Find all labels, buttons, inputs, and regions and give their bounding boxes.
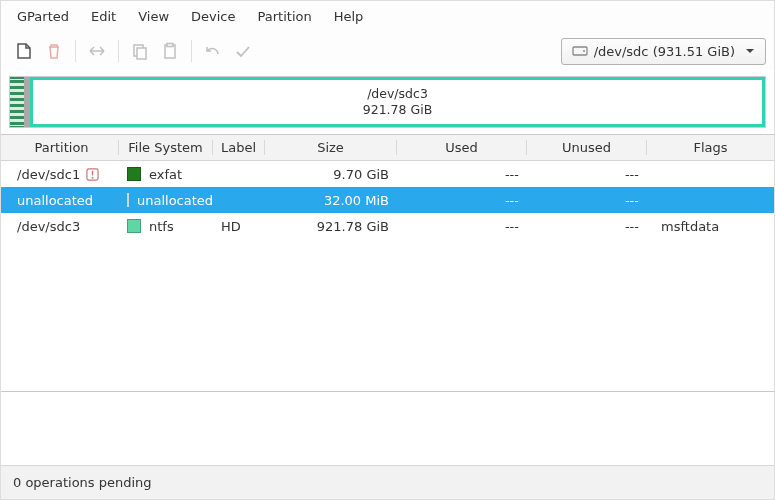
col-partition[interactable]: Partition [1,140,119,155]
menu-device[interactable]: Device [181,5,245,28]
separator [118,40,119,62]
table-row[interactable]: unallocatedunallocated32.00 MiB------ [1,187,774,213]
copy-icon [131,42,149,60]
map-segment-title: /dev/sdc3 [363,86,432,102]
used-cell: --- [397,219,527,234]
menu-help[interactable]: Help [324,5,374,28]
drive-icon [572,44,588,58]
menu-partition[interactable]: Partition [248,5,322,28]
delete-button[interactable] [39,36,69,66]
partition-map-segment-sdc1[interactable] [10,77,24,127]
filesystem-swatch [127,193,129,207]
separator [191,40,192,62]
svg-point-7 [92,176,94,178]
size-cell: 9.70 GiB [265,167,397,182]
filesystem-swatch [127,167,141,181]
delete-icon [45,42,63,60]
device-selector-label: /dev/sdc (931.51 GiB) [594,44,735,59]
svg-rect-3 [167,44,173,47]
new-partition-button[interactable] [9,36,39,66]
paste-icon [161,42,179,60]
size-cell: 32.00 MiB [265,193,397,208]
partition-name: unallocated [17,193,93,208]
filesystem-name: exfat [149,167,182,182]
col-size[interactable]: Size [265,140,397,155]
used-cell: --- [397,193,527,208]
unused-cell: --- [527,219,647,234]
apply-button[interactable] [228,36,258,66]
filesystem-name: ntfs [149,219,174,234]
partition-name: /dev/sdc3 [17,219,80,234]
svg-rect-1 [137,48,146,59]
device-selector[interactable]: /dev/sdc (931.51 GiB) [561,38,766,65]
menu-bar: GPartedEditViewDevicePartitionHelp [1,1,774,32]
filesystem-swatch [127,219,141,233]
partition-map-segment-sdc3[interactable]: /dev/sdc3 921.78 GiB [30,77,765,127]
menu-view[interactable]: View [128,5,179,28]
used-cell: --- [397,167,527,182]
size-cell: 921.78 GiB [265,219,397,234]
undo-icon [204,42,222,60]
app-window: GPartedEditViewDevicePartitionHelp / [0,0,775,500]
resize-move-button[interactable] [82,36,112,66]
new-partition-icon [15,42,33,60]
partition-table: Partition File System Label Size Used Un… [1,134,774,392]
separator [75,40,76,62]
status-bar: 0 operations pending [1,465,774,499]
filesystem-name: unallocated [137,193,213,208]
menu-edit[interactable]: Edit [81,5,126,28]
warning-icon [86,168,99,181]
partition-map[interactable]: /dev/sdc3 921.78 GiB [9,76,766,128]
undo-button[interactable] [198,36,228,66]
partition-name: /dev/sdc1 [17,167,80,182]
status-text: 0 operations pending [13,475,152,490]
resize-icon [87,42,107,60]
unused-cell: --- [527,167,647,182]
col-unused[interactable]: Unused [527,140,647,155]
col-label[interactable]: Label [213,140,265,155]
table-body: /dev/sdc1exfat9.70 GiB------unallocatedu… [1,161,774,391]
col-filesystem[interactable]: File System [119,140,213,155]
chevron-down-icon [745,46,755,56]
toolbar: /dev/sdc (931.51 GiB) [1,32,774,70]
unused-cell: --- [527,193,647,208]
copy-button[interactable] [125,36,155,66]
svg-point-5 [583,50,585,52]
flags-cell: msftdata [647,219,774,234]
table-row[interactable]: /dev/sdc3ntfsHD921.78 GiB------msftdata [1,213,774,239]
menu-gparted[interactable]: GParted [7,5,79,28]
map-segment-size: 921.78 GiB [363,102,432,118]
col-used[interactable]: Used [397,140,527,155]
table-row[interactable]: /dev/sdc1exfat9.70 GiB------ [1,161,774,187]
label-cell: HD [213,219,265,234]
table-header: Partition File System Label Size Used Un… [1,135,774,161]
apply-icon [234,42,252,60]
paste-button[interactable] [155,36,185,66]
col-flags[interactable]: Flags [647,140,774,155]
